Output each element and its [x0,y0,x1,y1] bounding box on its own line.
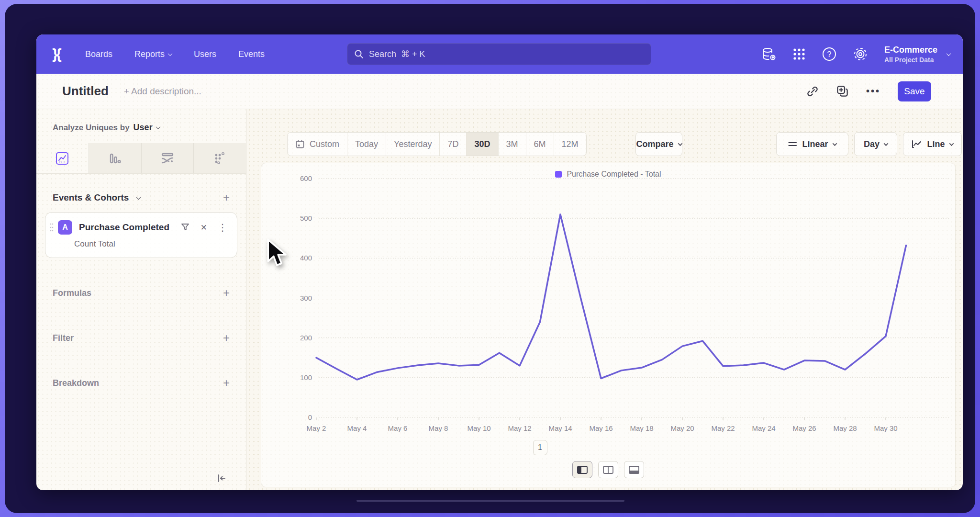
svg-text:May 28: May 28 [833,424,857,432]
svg-text:May 6: May 6 [388,424,408,432]
nav-item-users[interactable]: Users [194,49,216,59]
settings-gear-icon[interactable] [853,46,868,62]
event-name[interactable]: Purchase Completed [79,222,180,233]
drag-handle-icon[interactable] [49,222,54,233]
tab-insights[interactable] [36,143,89,173]
svg-text:May 26: May 26 [792,424,816,432]
range-30d[interactable]: 30D [467,133,498,156]
chart-panel: Purchase Completed - Total 0100200300400… [261,163,956,487]
range-6m[interactable]: 6M [526,133,554,156]
query-builder-sidebar: Analyze Uniques by User Events & Cohort [36,109,246,490]
layout-split-horizontal-button[interactable] [572,461,592,478]
header-actions: ••• Save [806,81,931,101]
tab-retention[interactable] [194,143,246,173]
tab-flows[interactable] [142,143,194,173]
bar-chart-icon [108,151,122,166]
range-yesterday[interactable]: Yesterday [386,133,440,156]
range-today[interactable]: Today [347,133,386,156]
range-3m[interactable]: 3M [499,133,526,156]
interval-dropdown[interactable]: Day [854,132,897,156]
apps-grid-icon[interactable] [792,47,806,61]
add-description[interactable]: + Add description... [124,86,201,97]
filter-section: Filter + [53,315,230,360]
layout-bottom-panel-button[interactable] [624,461,644,478]
chart-type-dropdown[interactable]: Line [903,132,962,156]
chevron-down-icon [884,141,889,146]
save-button[interactable]: Save [898,81,931,101]
layout-split-vertical-button[interactable] [598,461,618,478]
copy-link-icon[interactable] [806,85,819,98]
legend-label: Purchase Completed - Total [567,170,661,179]
mixpanel-logo-icon[interactable]: }{ [48,46,64,62]
nav-item-boards[interactable]: Boards [85,49,112,59]
search-input[interactable]: Search ⌘ + K [347,43,651,65]
svg-text:May 8: May 8 [429,424,448,432]
svg-text:May 22: May 22 [711,424,735,432]
svg-text:May 20: May 20 [670,424,694,432]
nav-item-reports[interactable]: Reports [134,49,172,59]
chevron-down-icon [156,124,160,129]
mouse-cursor [266,238,287,267]
svg-text:May 10: May 10 [467,424,490,432]
events-cohorts-header: Events & Cohorts + [53,192,230,203]
nav-item-events[interactable]: Events [238,49,265,59]
compare-button[interactable]: Compare [635,132,682,156]
add-filter-button[interactable]: + [223,332,230,344]
event-card[interactable]: A Purchase Completed ✕ ⋮ Count Total [45,212,237,258]
svg-text:500: 500 [300,214,312,222]
duplicate-icon[interactable] [836,85,849,98]
formulas-label: Formulas [53,288,91,298]
remove-event-icon[interactable]: ✕ [200,223,207,233]
chevron-down-icon [678,141,682,146]
scale-dropdown[interactable]: Linear [776,132,848,156]
report-header: Untitled + Add description... ••• Save [36,74,963,109]
events-cohorts-title[interactable]: Events & Cohorts [53,192,140,203]
range-custom[interactable]: Custom [288,133,347,156]
project-name: E-Commerce [884,45,937,55]
event-card-row: A Purchase Completed ✕ ⋮ [49,220,229,235]
svg-text:May 14: May 14 [548,424,572,432]
dock-indicator [356,500,624,502]
add-event-button[interactable]: + [223,192,230,203]
report-main: Custom Today Yesterday 7D 30D 3M 6M 12M … [246,109,963,490]
add-formula-button[interactable]: + [223,287,230,299]
breakdown-label: Breakdown [53,378,99,388]
analyze-label: Analyze Uniques by [53,123,130,133]
flows-icon [160,151,175,166]
more-actions-icon[interactable]: ••• [866,86,880,97]
svg-text:May 4: May 4 [347,424,367,432]
event-options-icon[interactable]: ⋮ [218,222,227,233]
svg-text:May 24: May 24 [752,424,775,432]
filter-label: Filter [53,333,74,343]
range-12m[interactable]: 12M [554,133,586,156]
line-chart[interactable]: 0100200300400500600May 2May 4May 6May 8M… [261,163,956,488]
svg-text:May 18: May 18 [630,424,653,432]
collapse-sidebar-icon[interactable] [216,473,227,483]
analyze-value-dropdown[interactable]: User [134,123,160,133]
svg-text:200: 200 [300,334,312,342]
tab-funnels[interactable] [89,143,142,173]
chevron-down-icon [832,141,837,146]
date-range-group: Custom Today Yesterday 7D 30D 3M 6M 12M [287,132,587,156]
report-title[interactable]: Untitled [62,84,109,99]
help-icon[interactable]: ? [822,47,836,61]
svg-text:300: 300 [300,294,312,302]
event-metric[interactable]: Count Total [74,239,229,249]
app-window: }{ Boards Reports Users Events Search ⌘ … [36,34,963,490]
filter-funnel-icon[interactable] [180,223,190,232]
chart-legend[interactable]: Purchase Completed - Total [261,170,955,179]
nav-items: Boards Reports Users Events [85,49,265,59]
bottom-dock-icon [629,466,639,474]
data-management-icon[interactable] [762,47,776,61]
project-selector[interactable]: E-Commerce All Project Data [884,45,950,64]
calendar-icon [295,139,305,149]
body-area: Analyze Uniques by User Events & Cohort [36,109,963,490]
annotation-badge[interactable]: 1 [533,440,547,455]
svg-text:May 2: May 2 [307,424,326,432]
range-7d[interactable]: 7D [440,133,467,156]
svg-text:May 16: May 16 [589,424,612,432]
chevron-down-icon [168,51,173,56]
search-icon [354,49,364,59]
add-breakdown-button[interactable]: + [223,377,230,389]
split-left-icon [577,466,588,474]
